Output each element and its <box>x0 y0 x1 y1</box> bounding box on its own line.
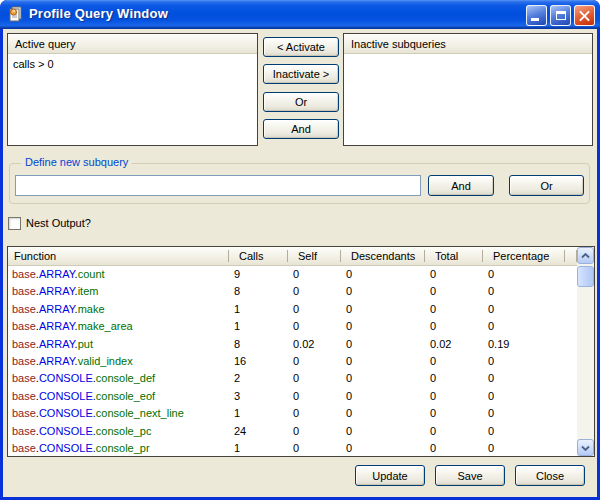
column-header-descendants[interactable]: Descendants <box>341 247 425 265</box>
profile-query-window: Profile Query Window Active query calls … <box>0 0 600 500</box>
value-cell: 1 <box>229 405 288 422</box>
table-row[interactable]: base.ARRAY.valid_index160000 <box>8 353 577 370</box>
class-name: ARRAY <box>39 338 75 350</box>
feature-name: make <box>78 303 105 315</box>
value-cell: 2 <box>229 370 288 387</box>
feature-name: console_pr <box>96 442 150 454</box>
column-header-function[interactable]: Function <box>8 247 229 265</box>
close-button[interactable] <box>574 5 595 26</box>
value-cell: 0 <box>483 405 565 422</box>
value-cell: 0 <box>341 353 425 370</box>
value-cell: 8 <box>229 283 288 300</box>
define-subquery-label: Define new subquery <box>21 156 132 168</box>
maximize-icon <box>556 11 566 20</box>
active-query-list-body[interactable]: calls > 0 <box>8 55 257 145</box>
class-name: CONSOLE <box>39 442 93 454</box>
scroll-down-button[interactable] <box>577 439 594 456</box>
inactive-subqueries-list[interactable]: Inactive subqueries <box>343 33 593 146</box>
value-cell: 0.19 <box>483 336 565 353</box>
function-cell: base.CONSOLE.console_eof <box>8 388 229 405</box>
nest-output-checkbox[interactable] <box>8 217 21 230</box>
and-button[interactable]: And <box>428 175 494 196</box>
scroll-up-button[interactable] <box>577 247 594 264</box>
feature-name: make_area <box>78 320 133 332</box>
feature-name: console_pc <box>96 425 152 437</box>
table-row[interactable]: base.ARRAY.count90000 <box>8 266 577 283</box>
value-cell: 1 <box>229 440 288 456</box>
function-cell: base.CONSOLE.console_pc <box>8 423 229 440</box>
class-name: CONSOLE <box>39 372 93 384</box>
active-query-list[interactable]: Active query calls > 0 <box>7 33 258 146</box>
profile-table: Function Calls Self Descendants Total Pe… <box>7 246 595 457</box>
value-cell: 0 <box>425 370 483 387</box>
and-transfer-button[interactable]: And <box>263 119 339 139</box>
value-cell: 0 <box>341 266 425 283</box>
value-cell: 0 <box>483 266 565 283</box>
table-row[interactable]: base.ARRAY.item80000 <box>8 283 577 300</box>
inactive-subqueries-header: Inactive subqueries <box>344 34 592 54</box>
value-cell: 0 <box>483 388 565 405</box>
column-header-percentage[interactable]: Percentage <box>483 247 565 265</box>
table-row[interactable]: base.CONSOLE.console_def20000 <box>8 370 577 387</box>
update-button[interactable]: Update <box>355 465 425 486</box>
table-row[interactable]: base.ARRAY.make_area10000 <box>8 318 577 335</box>
function-cell: base.CONSOLE.console_def <box>8 370 229 387</box>
value-cell: 8 <box>229 336 288 353</box>
table-row[interactable]: base.CONSOLE.console_eof30000 <box>8 388 577 405</box>
value-cell: 0 <box>288 405 341 422</box>
table-row[interactable]: base.ARRAY.make10000 <box>8 301 577 318</box>
feature-name: item <box>78 285 99 297</box>
table-row[interactable]: base.CONSOLE.console_pr10000 <box>8 440 577 456</box>
scrollbar-thumb[interactable] <box>577 266 594 287</box>
table-header-row: Function Calls Self Descendants Total Pe… <box>8 247 577 266</box>
close-dialog-button[interactable]: Close <box>515 465 585 486</box>
class-name: ARRAY <box>39 285 75 297</box>
function-cell: base.ARRAY.make <box>8 301 229 318</box>
minimize-button[interactable] <box>526 5 547 26</box>
profile-document-icon[interactable] <box>8 6 24 22</box>
or-button[interactable]: Or <box>509 175 584 196</box>
subquery-input[interactable] <box>15 175 421 196</box>
value-cell: 0 <box>288 266 341 283</box>
save-button[interactable]: Save <box>435 465 505 486</box>
function-cell: base.ARRAY.make_area <box>8 318 229 335</box>
inactivate-button[interactable]: Inactivate > <box>263 64 339 84</box>
value-cell: 0 <box>483 353 565 370</box>
value-cell: 1 <box>229 301 288 318</box>
activate-button[interactable]: < Activate <box>263 37 339 57</box>
vertical-scrollbar[interactable] <box>577 247 594 456</box>
value-cell: 0 <box>483 301 565 318</box>
table-row[interactable]: base.CONSOLE.console_pc240000 <box>8 423 577 440</box>
value-cell: 0 <box>425 405 483 422</box>
nest-output-label: Nest Output? <box>26 217 91 229</box>
class-name: ARRAY <box>39 355 75 367</box>
table-row[interactable]: base.CONSOLE.console_next_line10000 <box>8 405 577 422</box>
window-title: Profile Query Window <box>29 6 168 21</box>
table-body[interactable]: base.ARRAY.count90000base.ARRAY.item8000… <box>8 266 577 456</box>
query-list-item[interactable]: calls > 0 <box>8 55 257 70</box>
titlebar[interactable]: Profile Query Window <box>0 0 600 29</box>
feature-name: console_def <box>96 372 155 384</box>
column-header-self[interactable]: Self <box>288 247 341 265</box>
value-cell: 0 <box>483 423 565 440</box>
function-cell: base.CONSOLE.console_pr <box>8 440 229 456</box>
value-cell: 0 <box>425 353 483 370</box>
maximize-button[interactable] <box>550 5 571 26</box>
value-cell: 0 <box>288 301 341 318</box>
column-header-calls[interactable]: Calls <box>229 247 288 265</box>
value-cell: 0 <box>425 283 483 300</box>
inactive-subqueries-list-body[interactable] <box>344 55 592 145</box>
value-cell: 0 <box>425 440 483 456</box>
function-cell: base.ARRAY.valid_index <box>8 353 229 370</box>
value-cell: 0 <box>425 266 483 283</box>
table-row[interactable]: base.ARRAY.put80.0200.020.19 <box>8 336 577 353</box>
or-transfer-button[interactable]: Or <box>263 92 339 112</box>
minimize-icon <box>531 18 539 21</box>
column-header-total[interactable]: Total <box>425 247 483 265</box>
package-name: base <box>12 285 36 297</box>
value-cell: 0 <box>341 440 425 456</box>
profile-table-main: Function Calls Self Descendants Total Pe… <box>8 247 577 456</box>
function-cell: base.ARRAY.put <box>8 336 229 353</box>
value-cell: 0 <box>425 423 483 440</box>
feature-name: put <box>78 338 93 350</box>
